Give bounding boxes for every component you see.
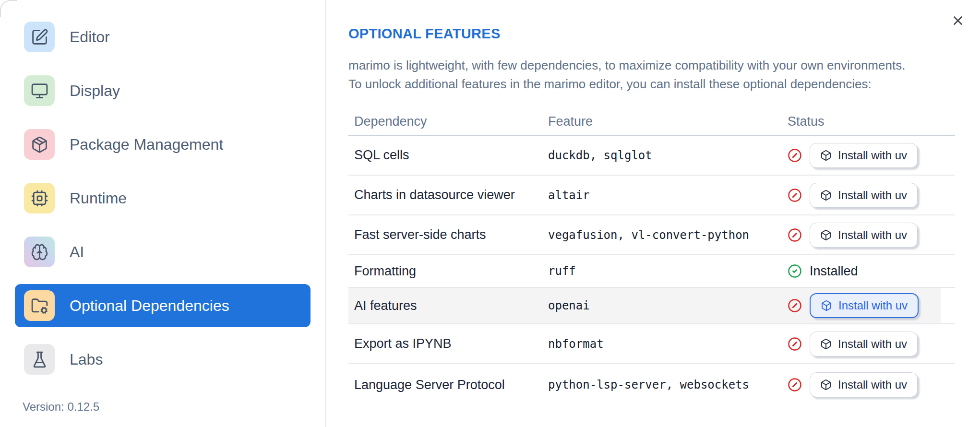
box-icon xyxy=(820,229,832,241)
feature-cell: python-lsp-server, websockets xyxy=(548,378,788,391)
folder-cog-icon xyxy=(24,290,55,321)
cpu-icon xyxy=(24,183,55,214)
box-icon xyxy=(821,300,832,311)
dependency-cell: Export as IPYNB xyxy=(354,336,548,351)
dependency-cell: Language Server Protocol xyxy=(354,378,548,392)
feature-cell: nbformat xyxy=(548,337,788,351)
table-row: AI features openai Install with uv xyxy=(348,288,955,324)
dialog-description-line1: marimo is lightweight, with few dependen… xyxy=(348,58,905,72)
dialog-description: marimo is lightweight, with few dependen… xyxy=(348,56,955,94)
table-header-row: Dependency Feature Status xyxy=(348,108,955,136)
settings-dialog: Editor Display Package Management Runtim… xyxy=(0,0,980,427)
table-body: SQL cells duckdb, sqlglot Install with u… xyxy=(348,136,955,405)
dialog-description-line2: To unlock additional features in the mar… xyxy=(348,77,872,91)
flask-icon xyxy=(24,344,55,375)
circle-x-icon xyxy=(788,148,802,163)
install-button-label: Install with uv xyxy=(838,299,908,312)
dependency-cell: Charts in datasource viewer xyxy=(354,188,548,202)
brain-icon xyxy=(24,237,55,267)
dependency-cell: AI features xyxy=(354,298,548,313)
optional-features-table: Dependency Feature Status SQL cells duck… xyxy=(348,108,955,405)
feature-cell: vegafusion, vl-convert-python xyxy=(548,228,788,242)
dependency-cell: Formatting xyxy=(354,264,548,279)
install-with-uv-button[interactable]: Install with uv xyxy=(810,293,919,318)
install-button-label: Install with uv xyxy=(838,149,907,162)
installed-label: Installed xyxy=(810,264,858,279)
sidebar-item-package-management[interactable]: Package Management xyxy=(15,123,311,166)
install-with-uv-button[interactable]: Install with uv xyxy=(810,223,918,248)
sidebar-item-ai[interactable]: AI xyxy=(15,230,311,273)
sidebar-item-editor[interactable]: Editor xyxy=(15,15,311,59)
circle-x-icon xyxy=(788,378,802,392)
square-pen-icon xyxy=(24,22,55,52)
box-icon xyxy=(820,379,832,391)
circle-check-icon xyxy=(788,264,802,278)
column-header-dependency: Dependency xyxy=(354,114,548,129)
box-icon xyxy=(820,150,832,161)
optional-features-panel: OPTIONAL FEATURES marimo is lightweight,… xyxy=(326,0,980,427)
settings-sidebar: Editor Display Package Management Runtim… xyxy=(0,0,326,427)
sidebar-item-label: Optional Dependencies xyxy=(70,297,229,315)
circle-x-icon xyxy=(788,298,802,313)
page-title: OPTIONAL FEATURES xyxy=(348,26,955,42)
install-with-uv-button[interactable]: Install with uv xyxy=(810,372,918,397)
sidebar-item-label: AI xyxy=(70,243,84,261)
install-button-label: Install with uv xyxy=(838,189,907,202)
circle-x-icon xyxy=(788,228,802,242)
install-with-uv-button[interactable]: Install with uv xyxy=(810,143,918,168)
close-icon xyxy=(951,13,965,28)
dependency-cell: SQL cells xyxy=(354,148,548,163)
table-row: SQL cells duckdb, sqlglot Install with u… xyxy=(348,136,955,176)
sidebar-item-optional-dependencies[interactable]: Optional Dependencies xyxy=(15,284,311,327)
sidebar-item-labs[interactable]: Labs xyxy=(15,338,311,381)
circle-x-icon xyxy=(788,188,802,202)
table-row: Formatting ruff Installed xyxy=(348,255,955,288)
monitor-icon xyxy=(24,75,55,106)
version-label: Version: 0.12.5 xyxy=(0,400,325,427)
dependency-cell: Fast server-side charts xyxy=(354,227,548,242)
install-button-label: Install with uv xyxy=(838,337,907,351)
column-header-feature: Feature xyxy=(548,114,788,129)
sidebar-item-label: Editor xyxy=(70,28,110,46)
sidebar-item-label: Display xyxy=(70,82,120,100)
status-cell: Install with uv xyxy=(788,183,955,208)
feature-cell: duckdb, sqlglot xyxy=(548,149,788,162)
install-with-uv-button[interactable]: Install with uv xyxy=(810,332,918,356)
box-icon xyxy=(820,338,832,350)
status-cell: Install with uv xyxy=(788,293,955,318)
table-row: Charts in datasource viewer altair Insta… xyxy=(348,176,955,215)
close-button[interactable] xyxy=(951,13,965,28)
table-row: Fast server-side charts vegafusion, vl-c… xyxy=(348,215,955,255)
sidebar-item-display[interactable]: Display xyxy=(15,69,311,112)
circle-x-icon xyxy=(788,337,802,351)
sidebar-item-label: Labs xyxy=(70,351,103,368)
table-row: Language Server Protocol python-lsp-serv… xyxy=(348,364,955,405)
box-icon xyxy=(820,190,832,201)
sidebar-item-label: Runtime xyxy=(70,190,127,207)
status-cell: Install with uv xyxy=(788,332,955,356)
column-header-status: Status xyxy=(788,114,955,129)
feature-cell: ruff xyxy=(548,264,788,278)
sidebar-item-label: Package Management xyxy=(70,136,223,154)
install-button-label: Install with uv xyxy=(838,378,907,391)
status-cell: Install with uv xyxy=(788,143,955,168)
package-icon xyxy=(24,129,55,160)
sidebar-nav: Editor Display Package Management Runtim… xyxy=(0,15,325,381)
feature-cell: altair xyxy=(548,189,788,202)
feature-cell: openai xyxy=(548,299,788,312)
status-cell: Installed xyxy=(788,264,955,279)
install-with-uv-button[interactable]: Install with uv xyxy=(810,183,918,208)
status-cell: Install with uv xyxy=(788,372,955,397)
table-row: Export as IPYNB nbformat Install with uv xyxy=(348,324,955,364)
status-cell: Install with uv xyxy=(788,223,955,248)
sidebar-item-runtime[interactable]: Runtime xyxy=(15,177,311,220)
install-button-label: Install with uv xyxy=(838,228,907,242)
